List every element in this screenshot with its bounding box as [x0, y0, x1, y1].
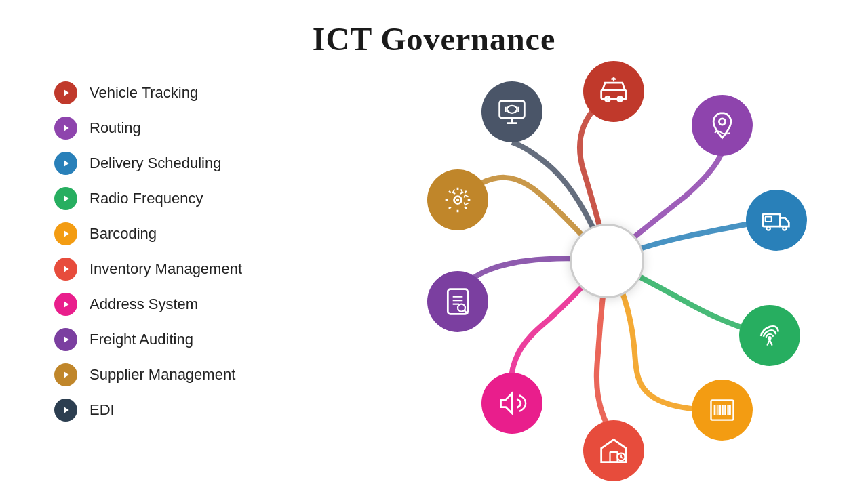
list-item-inventory-management: Inventory Management — [54, 258, 242, 281]
svg-marker-0 — [64, 89, 68, 96]
item-label-address-system: Address System — [90, 296, 198, 313]
item-label-inventory-management: Inventory Management — [90, 260, 242, 278]
svg-marker-8 — [64, 371, 68, 378]
item-label-edi: EDI — [90, 401, 115, 419]
list-item-barcoding: Barcoding — [54, 222, 242, 245]
list-item-delivery-scheduling: Delivery Scheduling — [54, 152, 242, 175]
sat-audit — [427, 271, 488, 332]
sat-vehicle — [583, 61, 644, 122]
svg-rect-10 — [500, 101, 525, 119]
list-item-supplier-management: Supplier Management — [54, 363, 242, 386]
item-label-delivery-scheduling: Delivery Scheduling — [90, 155, 221, 172]
item-label-barcoding: Barcoding — [90, 225, 157, 243]
svg-marker-5 — [64, 266, 68, 272]
svg-rect-20 — [766, 217, 772, 222]
svg-marker-9 — [64, 407, 68, 413]
item-label-supplier-management: Supplier Management — [90, 366, 235, 384]
bullet-supplier-management — [54, 363, 77, 386]
bullet-address-system — [54, 293, 77, 316]
diagram — [339, 41, 868, 488]
svg-marker-1 — [64, 125, 68, 131]
svg-point-16 — [719, 119, 725, 125]
item-label-vehicle-tracking: Vehicle Tracking — [90, 84, 198, 102]
svg-point-21 — [768, 336, 772, 340]
left-panel: Vehicle TrackingRoutingDelivery Scheduli… — [54, 81, 242, 422]
svg-point-18 — [766, 226, 770, 230]
svg-point-11 — [507, 106, 517, 113]
list-item-freight-auditing: Freight Auditing — [54, 328, 242, 351]
bullet-radio-frequency — [54, 187, 77, 210]
list-item-radio-frequency: Radio Frequency — [54, 187, 242, 210]
list-item-address-system: Address System — [54, 293, 242, 316]
bullet-inventory-management — [54, 258, 77, 281]
sat-data — [481, 81, 542, 142]
sat-truck — [746, 190, 807, 251]
sat-location — [692, 95, 753, 156]
bullet-barcoding — [54, 222, 77, 245]
svg-marker-7 — [64, 336, 68, 342]
svg-marker-3 — [64, 195, 68, 201]
ict-center — [570, 224, 644, 298]
item-label-routing: Routing — [90, 119, 141, 137]
svg-rect-30 — [610, 452, 618, 462]
item-label-radio-frequency: Radio Frequency — [90, 190, 203, 207]
svg-marker-6 — [64, 301, 68, 307]
svg-point-15 — [612, 77, 615, 80]
svg-point-39 — [456, 199, 459, 201]
svg-point-19 — [783, 226, 787, 230]
svg-point-36 — [458, 304, 465, 312]
sat-megaphone — [481, 373, 542, 434]
item-label-freight-auditing: Freight Auditing — [90, 331, 193, 348]
sat-warehouse — [583, 420, 644, 481]
bullet-edi — [54, 399, 77, 422]
list-item-routing: Routing — [54, 117, 242, 140]
bullet-vehicle-tracking — [54, 81, 77, 104]
sat-radio — [739, 305, 800, 366]
bullet-freight-auditing — [54, 328, 77, 351]
bullet-routing — [54, 117, 77, 140]
list-item-edi: EDI — [54, 399, 242, 422]
sat-barcode — [692, 380, 753, 441]
bullet-delivery-scheduling — [54, 152, 77, 175]
svg-marker-4 — [64, 230, 68, 237]
sat-settings — [427, 169, 488, 230]
list-item-vehicle-tracking: Vehicle Tracking — [54, 81, 242, 104]
svg-marker-2 — [64, 160, 68, 166]
